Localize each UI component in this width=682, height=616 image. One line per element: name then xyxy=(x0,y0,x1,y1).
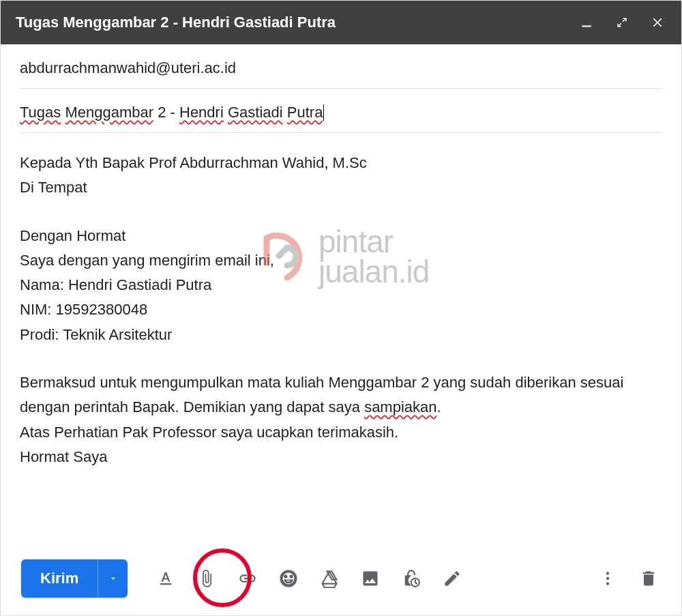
expand-icon xyxy=(615,16,629,29)
subject-text: Tugas Menggambar 2 - Hendri Gastiadi Put… xyxy=(20,104,324,121)
window-actions xyxy=(578,14,666,31)
insert-link-button[interactable] xyxy=(230,561,265,596)
text-cursor xyxy=(323,104,324,121)
compose-toolbar: Kirim xyxy=(1,550,681,615)
svg-point-2 xyxy=(291,575,293,577)
svg-point-5 xyxy=(606,572,609,574)
insert-drive-button[interactable] xyxy=(312,561,347,596)
body-line: Kepada Yth Bapak Prof Abdurrachman Wahid… xyxy=(20,151,662,175)
svg-point-6 xyxy=(606,577,609,580)
recipient-chip[interactable]: abdurrachmanwahid@uteri.ac.id xyxy=(20,59,236,76)
compose-window: Tugas Menggambar 2 - Hendri Gastiadi Put… xyxy=(0,0,682,616)
svg-point-1 xyxy=(285,575,287,577)
svg-rect-0 xyxy=(582,25,591,27)
attach-file-button[interactable] xyxy=(189,561,224,596)
close-button[interactable] xyxy=(649,14,666,31)
paperclip-icon xyxy=(197,569,216,588)
svg-point-7 xyxy=(606,582,609,585)
window-title: Tugas Menggambar 2 - Hendri Gastiadi Put… xyxy=(16,14,578,31)
to-field[interactable]: abdurrachmanwahid@uteri.ac.id xyxy=(20,44,662,89)
minimize-button[interactable] xyxy=(578,14,595,31)
pen-icon xyxy=(443,569,462,588)
link-icon xyxy=(238,569,257,588)
more-vert-icon xyxy=(599,570,617,587)
titlebar: Tugas Menggambar 2 - Hendri Gastiadi Put… xyxy=(1,1,681,44)
header-fields: abdurrachmanwahid@uteri.ac.id Tugas Meng… xyxy=(1,44,681,133)
subject-field[interactable]: Tugas Menggambar 2 - Hendri Gastiadi Put… xyxy=(20,89,662,133)
discard-draft-button[interactable] xyxy=(631,561,666,596)
body-line: Atas Perhatian Pak Professor saya ucapka… xyxy=(20,420,662,445)
emoji-icon xyxy=(279,569,298,588)
drive-icon xyxy=(320,569,339,588)
caret-down-icon xyxy=(108,574,118,583)
photo-icon xyxy=(361,569,380,588)
body-line: Prodi: Teknik Arsitektur xyxy=(20,323,662,347)
send-button-group: Kirim xyxy=(21,559,128,598)
formatting-button[interactable] xyxy=(148,561,183,596)
body-line: NIM: 19592380048 xyxy=(20,297,662,322)
insert-photo-button[interactable] xyxy=(353,561,388,596)
format-text-icon xyxy=(156,569,175,588)
minimize-icon xyxy=(580,16,593,29)
lock-clock-icon xyxy=(402,569,421,588)
trash-icon xyxy=(639,569,658,588)
body-line: Dengan Hormat xyxy=(20,224,662,248)
send-button[interactable]: Kirim xyxy=(21,559,98,598)
confidential-mode-button[interactable] xyxy=(394,561,429,596)
fullscreen-button[interactable] xyxy=(613,14,631,31)
body-line: Nama: Hendri Gastiadi Putra xyxy=(20,273,662,297)
message-body[interactable]: Kepada Yth Bapak Prof Abdurrachman Wahid… xyxy=(1,133,681,550)
body-line: Hormat Saya xyxy=(20,445,662,469)
insert-signature-button[interactable] xyxy=(434,561,470,596)
send-options-button[interactable] xyxy=(98,559,128,598)
insert-emoji-button[interactable] xyxy=(271,561,306,596)
close-icon xyxy=(650,15,665,30)
body-line: Saya dengan yang mengirim email ini, xyxy=(20,248,662,273)
body-line: Bermaksud untuk mengumpulkan mata kuliah… xyxy=(20,370,662,420)
body-line: Di Tempat xyxy=(20,175,662,200)
more-options-button[interactable] xyxy=(590,561,625,596)
